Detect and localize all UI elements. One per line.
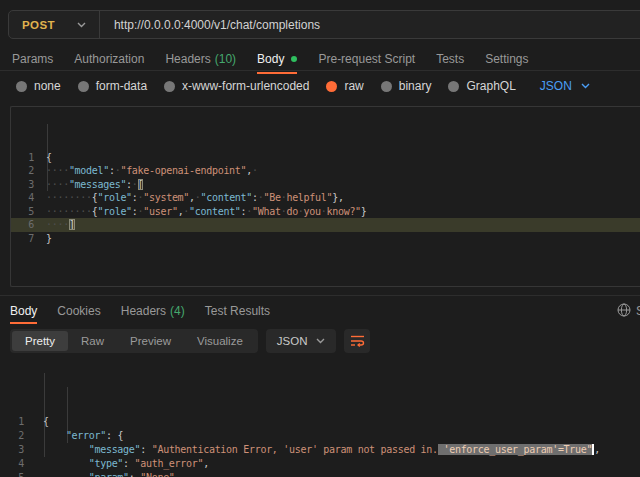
- code-token: "auth_error": [135, 458, 204, 469]
- code-token: ········: [46, 192, 92, 203]
- code-token: {: [46, 152, 52, 163]
- code-token: "Be: [264, 192, 281, 203]
- url-input[interactable]: http://0.0.0.0:4000/v1/chat/completions: [100, 18, 320, 32]
- code-line-1[interactable]: 1{: [0, 415, 640, 429]
- code-token: ····: [46, 179, 69, 190]
- tab-headers[interactable]: Headers(10): [165, 52, 236, 66]
- view-visualize[interactable]: Visualize: [184, 331, 256, 351]
- code-line-7[interactable]: 7}: [11, 232, 640, 246]
- line-number: 3: [0, 443, 24, 457]
- response-tabs: Body Cookies Headers(4) Test Results: [10, 301, 270, 321]
- code-token: "user": [143, 206, 177, 217]
- line-number: 3: [11, 178, 34, 192]
- code-line-3[interactable]: 3····"messages":·[: [11, 178, 640, 192]
- method-label: POST: [22, 19, 55, 31]
- code-line-4[interactable]: 4 "type": "auth_error",: [0, 457, 640, 471]
- radio-form-data[interactable]: form-data: [78, 79, 147, 93]
- code-token: [43, 444, 89, 455]
- response-view-switcher: Pretty Raw Preview Visualize: [10, 329, 258, 353]
- code-token: ·: [132, 179, 138, 190]
- chevron-down-icon: [316, 338, 325, 344]
- line-number: 2: [0, 429, 24, 443]
- code-text: "message": "Authentication Error, 'user'…: [24, 443, 600, 457]
- code-line-2[interactable]: 2····"model":·"fake-openai-endpoint",·: [11, 164, 640, 178]
- method-selector[interactable]: POST: [9, 11, 99, 38]
- code-token: ····: [46, 165, 69, 176]
- code-token: "model": [69, 165, 109, 176]
- code-token: }: [46, 233, 52, 244]
- code-text: ····"model":·"fake-openai-endpoint",·: [34, 164, 258, 178]
- code-token: "None": [140, 472, 174, 477]
- radio-none[interactable]: none: [16, 79, 61, 93]
- radio-graphql[interactable]: GraphQL: [448, 79, 515, 93]
- view-preview[interactable]: Preview: [117, 331, 184, 351]
- response-tab-headers[interactable]: Headers(4): [121, 304, 185, 318]
- line-number: 5: [0, 471, 24, 477]
- code-token: "system": [143, 192, 189, 203]
- tab-pre-request-script[interactable]: Pre-request Script: [318, 52, 415, 66]
- code-token: }: [361, 206, 367, 217]
- radio-raw[interactable]: raw: [326, 79, 363, 93]
- request-body-editor[interactable]: 1{2····"model":·"fake-openai-endpoint",·…: [10, 106, 640, 287]
- separator: [0, 295, 640, 296]
- code-text: {: [24, 415, 49, 429]
- line-number: 2: [11, 164, 34, 178]
- code-text: ········{"role":·"system",·"content":·"B…: [34, 191, 344, 205]
- line-number: 4: [11, 191, 34, 205]
- code-text: ········{"role":·"user",·"content":·"Wha…: [34, 205, 367, 219]
- request-language-select[interactable]: JSON: [540, 79, 590, 93]
- separator: [0, 70, 640, 71]
- radio-button-icon: [448, 81, 459, 92]
- code-line-6[interactable]: 6····]: [11, 218, 640, 232]
- tab-params[interactable]: Params: [12, 52, 53, 66]
- code-text: {: [34, 151, 52, 165]
- body-type-row: none form-data x-www-form-urlencoded raw…: [16, 77, 590, 95]
- code-token: [43, 430, 66, 441]
- view-pretty[interactable]: Pretty: [12, 331, 68, 351]
- line-number: 6: [11, 218, 34, 232]
- response-body-viewer[interactable]: 1{2 "error": {3 "message": "Authenticati…: [0, 357, 640, 477]
- active-tab-underline: [10, 322, 37, 324]
- code-token: ·: [252, 165, 258, 176]
- radio-x-www-form-urlencoded[interactable]: x-www-form-urlencoded: [164, 79, 309, 93]
- line-number: 5: [11, 205, 34, 219]
- response-tab-test-results[interactable]: Test Results: [205, 304, 270, 318]
- radio-button-icon: [164, 81, 175, 92]
- radio-binary[interactable]: binary: [381, 79, 432, 93]
- code-text: }: [34, 232, 52, 246]
- response-tab-cookies[interactable]: Cookies: [57, 304, 100, 318]
- tab-settings[interactable]: Settings: [485, 52, 528, 66]
- response-tab-body[interactable]: Body: [10, 304, 37, 318]
- code-text: ····]: [34, 218, 75, 232]
- postman-window: POST http://0.0.0.0:4000/v1/chat/complet…: [0, 0, 640, 477]
- code-token: :: [140, 444, 151, 455]
- code-token: "Authentication Error, 'user' param not …: [152, 444, 438, 455]
- wrap-text-button[interactable]: [344, 329, 370, 353]
- code-line-2[interactable]: 2 "error": {: [0, 429, 640, 443]
- code-token: ]: [69, 219, 75, 230]
- code-line-5[interactable]: 5········{"role":·"user",·"content":·"Wh…: [11, 205, 640, 219]
- code-token: ········: [46, 206, 92, 217]
- tab-tests[interactable]: Tests: [436, 52, 464, 66]
- code-line-1[interactable]: 1{: [11, 151, 640, 165]
- code-token: ····: [46, 219, 69, 230]
- code-token: "What: [252, 206, 281, 217]
- code-line-4[interactable]: 4········{"role":·"system",·"content":·"…: [11, 191, 640, 205]
- tab-body[interactable]: Body: [257, 52, 297, 66]
- code-text: "error": {: [24, 429, 123, 443]
- code-line-5[interactable]: 5 "param": "None",: [0, 471, 640, 477]
- code-token: know?": [327, 206, 361, 217]
- tab-authorization[interactable]: Authorization: [74, 52, 144, 66]
- globe-icon[interactable]: [617, 303, 631, 321]
- code-line-3[interactable]: 3 "message": "Authentication Error, 'use…: [0, 443, 640, 457]
- code-token: [43, 472, 89, 477]
- radio-button-icon: [78, 81, 89, 92]
- response-language-select[interactable]: JSON: [266, 329, 337, 353]
- code-token: [: [138, 179, 144, 190]
- code-token: ,: [594, 444, 600, 455]
- code-token: "error": [66, 430, 106, 441]
- line-number: 7: [11, 232, 34, 246]
- code-token: : {: [106, 430, 123, 441]
- view-raw[interactable]: Raw: [68, 331, 117, 351]
- headers-count-badge: (4): [170, 304, 185, 318]
